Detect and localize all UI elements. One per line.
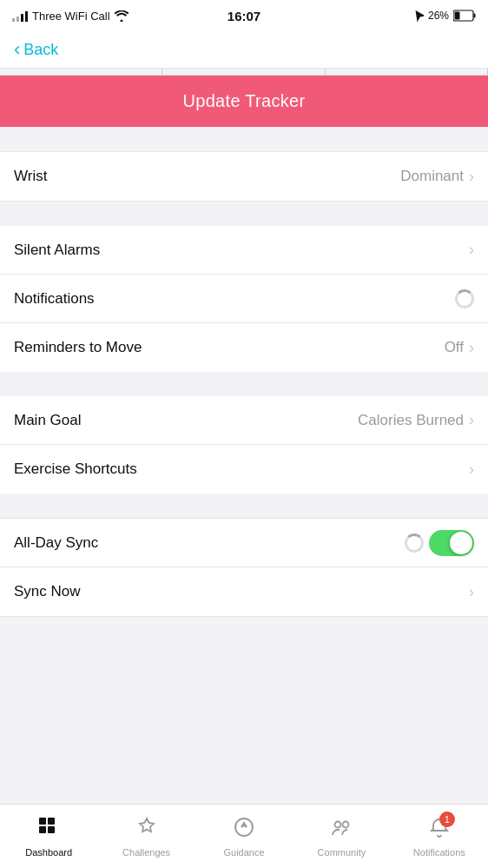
svg-rect-1	[474, 14, 476, 18]
svg-point-9	[343, 821, 349, 827]
spacer-3	[0, 372, 488, 396]
tab-bar: Dashboard Challenges Guidance	[0, 804, 488, 868]
sync-now-chevron-icon: ›	[469, 583, 474, 601]
svg-point-8	[335, 821, 341, 827]
battery-label: 26%	[428, 10, 449, 22]
top-tab-divider-2	[162, 69, 325, 75]
nav-header: ‹ Back	[0, 31, 488, 69]
exercise-shortcuts-chevron-icon: ›	[469, 461, 474, 479]
svg-rect-6	[48, 826, 55, 833]
main-goal-row[interactable]: Main Goal Calories Burned ›	[0, 396, 488, 445]
all-day-sync-label: All-Day Sync	[14, 534, 98, 552]
tab-item-challenges[interactable]: Challenges	[97, 805, 195, 868]
tab-item-notifications[interactable]: 1 Notifications	[391, 805, 488, 868]
back-label: Back	[23, 41, 58, 59]
svg-rect-4	[48, 818, 55, 825]
back-chevron-icon: ‹	[14, 40, 20, 59]
tab-label-community: Community	[318, 847, 366, 858]
notifications-spinner-icon	[455, 289, 474, 308]
sync-now-label: Sync Now	[14, 583, 81, 600]
svg-rect-2	[455, 12, 460, 20]
exercise-shortcuts-row[interactable]: Exercise Shortcuts ›	[0, 445, 488, 494]
wrist-section: Wrist Dominant ›	[0, 151, 488, 202]
spacer-4	[0, 494, 488, 518]
top-tab-strip	[0, 69, 488, 76]
sync-now-row[interactable]: Sync Now ›	[0, 567, 488, 616]
bottom-spacer	[0, 617, 488, 686]
silent-alarms-row[interactable]: Silent Alarms ›	[0, 226, 488, 275]
wrist-row[interactable]: Wrist Dominant ›	[0, 152, 488, 201]
reminders-to-move-row[interactable]: Reminders to Move Off ›	[0, 323, 488, 372]
settings-section-1: Silent Alarms › Notifications Reminders …	[0, 226, 488, 372]
exercise-shortcuts-label: Exercise Shortcuts	[14, 461, 137, 478]
all-day-sync-toggle[interactable]	[429, 530, 474, 556]
tab-item-dashboard[interactable]: Dashboard	[0, 805, 97, 868]
reminders-to-move-chevron-icon: ›	[469, 339, 474, 357]
all-day-sync-spinner-icon	[405, 533, 424, 553]
reminders-to-move-label: Reminders to Move	[14, 339, 142, 356]
silent-alarms-label: Silent Alarms	[14, 242, 100, 259]
all-day-sync-right	[405, 530, 474, 556]
tab-item-guidance[interactable]: Guidance	[195, 805, 293, 868]
main-goal-value: Calories Burned	[358, 412, 464, 429]
svg-point-7	[235, 818, 253, 836]
exercise-shortcuts-right: ›	[469, 461, 474, 479]
tab-label-guidance: Guidance	[223, 847, 264, 858]
spacer-1	[0, 127, 488, 151]
signal-icon	[12, 10, 28, 22]
status-time: 16:07	[228, 9, 260, 23]
dashboard-icon	[37, 816, 60, 844]
community-icon	[330, 816, 353, 844]
settings-section-2: Main Goal Calories Burned › Exercise Sho…	[0, 396, 488, 494]
back-button[interactable]: ‹ Back	[14, 40, 58, 59]
tab-label-challenges: Challenges	[122, 847, 170, 858]
top-tab-divider-1	[0, 69, 162, 75]
svg-rect-3	[39, 818, 46, 825]
update-tracker-button[interactable]: Update Tracker	[0, 76, 488, 127]
battery-icon	[453, 10, 476, 22]
tab-label-notifications: Notifications	[413, 847, 465, 858]
tab-label-dashboard: Dashboard	[25, 847, 72, 858]
wrist-label: Wrist	[14, 168, 47, 185]
sync-section: All-Day Sync Sync Now ›	[0, 518, 488, 617]
tab-item-community[interactable]: Community	[293, 805, 390, 868]
reminders-to-move-right: Off ›	[445, 339, 474, 357]
status-bar: Three WiFi Call 16:07 26%	[0, 0, 488, 31]
toggle-track	[429, 530, 474, 556]
wrist-value: Dominant	[400, 168, 464, 185]
main-goal-chevron-icon: ›	[469, 411, 474, 429]
wifi-icon	[115, 10, 129, 22]
notifications-right	[455, 289, 474, 308]
notifications-badge: 1	[439, 812, 455, 827]
notifications-label: Notifications	[14, 290, 95, 308]
reminders-to-move-value: Off	[445, 339, 464, 356]
spacer-2	[0, 202, 488, 226]
wrist-value-group: Dominant ›	[400, 168, 474, 186]
all-day-sync-row[interactable]: All-Day Sync	[0, 519, 488, 567]
carrier-label: Three WiFi Call	[32, 10, 110, 23]
main-goal-right: Calories Burned ›	[358, 411, 474, 429]
silent-alarms-chevron-icon: ›	[469, 241, 474, 259]
silent-alarms-right: ›	[469, 241, 474, 259]
status-left: Three WiFi Call	[12, 10, 129, 23]
challenges-icon	[135, 816, 158, 844]
guidance-icon	[233, 816, 255, 844]
main-goal-label: Main Goal	[14, 412, 81, 429]
svg-rect-5	[39, 826, 46, 833]
sync-now-right: ›	[469, 583, 474, 601]
top-tab-divider-3	[326, 69, 488, 75]
notifications-row[interactable]: Notifications	[0, 275, 488, 323]
wrist-chevron-icon: ›	[469, 168, 474, 186]
toggle-thumb	[450, 532, 472, 554]
location-icon	[413, 10, 424, 22]
status-right: 26%	[413, 10, 476, 22]
